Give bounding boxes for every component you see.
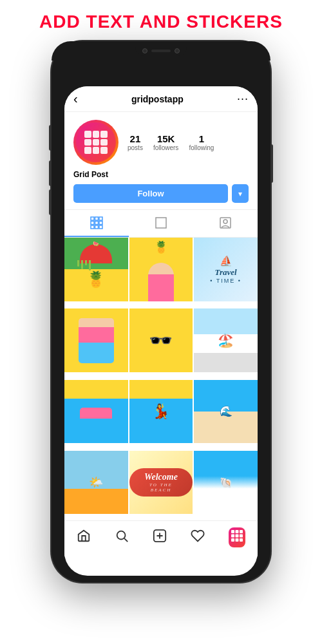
phone-camera bbox=[142, 48, 147, 53]
grid-cell-10: 🌤️ bbox=[64, 451, 128, 515]
posts-label: posts bbox=[128, 144, 143, 151]
ig-tabs bbox=[64, 209, 258, 238]
following-count: 1 bbox=[199, 133, 204, 144]
svg-rect-24 bbox=[236, 538, 239, 542]
svg-rect-4 bbox=[95, 222, 99, 225]
following-label: following bbox=[189, 144, 214, 151]
phone-notch bbox=[135, 46, 187, 56]
followers-count: 15K bbox=[157, 133, 175, 144]
tab-grid[interactable] bbox=[64, 210, 129, 237]
svg-point-12 bbox=[117, 531, 125, 540]
ig-bottom-nav bbox=[64, 520, 258, 556]
phone-screen: ‹ gridpostapp ··· 2 bbox=[64, 86, 258, 576]
ig-stats: 21 posts 15K followers 1 following bbox=[128, 133, 249, 151]
more-options-button[interactable]: ··· bbox=[237, 92, 249, 106]
posts-count: 21 bbox=[130, 133, 141, 144]
grid-cell-11: Welcome TO THE BEACH bbox=[129, 451, 193, 515]
svg-rect-25 bbox=[240, 538, 243, 542]
svg-rect-17 bbox=[231, 530, 234, 533]
page-title: ADD TEXT AND STICKERS bbox=[6, 12, 316, 32]
heart-icon[interactable] bbox=[191, 529, 205, 546]
grid-app-icon[interactable] bbox=[229, 527, 245, 547]
svg-rect-18 bbox=[236, 530, 239, 533]
svg-line-13 bbox=[124, 538, 128, 542]
svg-rect-0 bbox=[91, 217, 94, 220]
single-tab-icon bbox=[155, 216, 167, 229]
travel-text: Travel bbox=[215, 267, 237, 278]
search-icon[interactable] bbox=[115, 529, 129, 546]
phone-camera-2 bbox=[175, 48, 180, 53]
grid-cell-6: 🏖️ bbox=[194, 308, 258, 372]
welcome-sub: TO THE BEACH bbox=[138, 482, 184, 493]
add-icon[interactable] bbox=[153, 529, 167, 546]
svg-rect-23 bbox=[231, 538, 234, 542]
svg-rect-3 bbox=[91, 222, 94, 225]
welcome-text: Welcome bbox=[138, 472, 184, 482]
grid-post-logo bbox=[84, 131, 108, 154]
ig-grid: 🍉 🍍 🍍 bbox=[64, 238, 258, 520]
ig-actions: Follow ▾ bbox=[64, 184, 258, 209]
follow-button[interactable]: Follow bbox=[73, 184, 228, 203]
grid-cell-5: 🕶️ bbox=[129, 308, 193, 372]
svg-rect-6 bbox=[91, 225, 94, 229]
tab-tagged[interactable] bbox=[193, 210, 258, 237]
svg-rect-7 bbox=[95, 225, 99, 229]
grid-cell-9: 🌊 bbox=[194, 380, 258, 444]
svg-point-11 bbox=[223, 220, 227, 223]
svg-rect-5 bbox=[99, 222, 102, 225]
tab-single[interactable] bbox=[129, 210, 193, 237]
svg-rect-9 bbox=[156, 218, 166, 228]
page-header: ADD TEXT AND STICKERS bbox=[0, 0, 322, 41]
grid-cell-4 bbox=[64, 308, 128, 372]
grid-cell-2: 🍍 bbox=[129, 238, 193, 301]
grid-tab-icon bbox=[90, 216, 103, 229]
grid-cell-12: 🐚 bbox=[194, 451, 258, 515]
phone-top-bar bbox=[52, 41, 270, 61]
posts-stat: 21 posts bbox=[128, 133, 143, 151]
phone-speaker bbox=[151, 50, 171, 52]
profile-name: Grid Post bbox=[64, 170, 258, 184]
phone-shell: ‹ gridpostapp ··· 2 bbox=[52, 41, 270, 582]
ig-profile: 21 posts 15K followers 1 following bbox=[64, 112, 258, 170]
screen-inner: ‹ gridpostapp ··· 2 bbox=[64, 86, 258, 556]
tagged-tab-icon bbox=[219, 216, 232, 229]
home-icon[interactable] bbox=[77, 529, 91, 546]
travel-subtext: • TIME • bbox=[210, 278, 242, 284]
followers-stat: 15K followers bbox=[153, 133, 178, 151]
svg-rect-2 bbox=[99, 217, 102, 220]
ig-nav: ‹ gridpostapp ··· bbox=[64, 86, 258, 112]
avatar bbox=[73, 120, 118, 165]
grid-cell-3: ⛵ Travel • TIME • bbox=[194, 238, 258, 301]
ig-username: gridpostapp bbox=[131, 94, 184, 104]
grid-cell-7 bbox=[64, 380, 128, 444]
avatar-inner bbox=[76, 122, 116, 162]
followers-label: followers bbox=[153, 144, 178, 151]
svg-rect-20 bbox=[231, 535, 234, 538]
svg-rect-21 bbox=[236, 535, 239, 538]
svg-rect-8 bbox=[99, 225, 102, 229]
svg-rect-19 bbox=[240, 530, 243, 533]
back-button[interactable]: ‹ bbox=[73, 91, 78, 106]
grid-cell-1: 🍉 🍍 bbox=[64, 238, 128, 301]
welcome-sticker: Welcome TO THE BEACH bbox=[129, 468, 193, 497]
svg-rect-22 bbox=[240, 535, 243, 538]
following-stat: 1 following bbox=[189, 133, 214, 151]
svg-rect-1 bbox=[95, 217, 99, 220]
grid-cell-8: 💃 bbox=[129, 380, 193, 444]
dropdown-button[interactable]: ▾ bbox=[232, 184, 249, 203]
